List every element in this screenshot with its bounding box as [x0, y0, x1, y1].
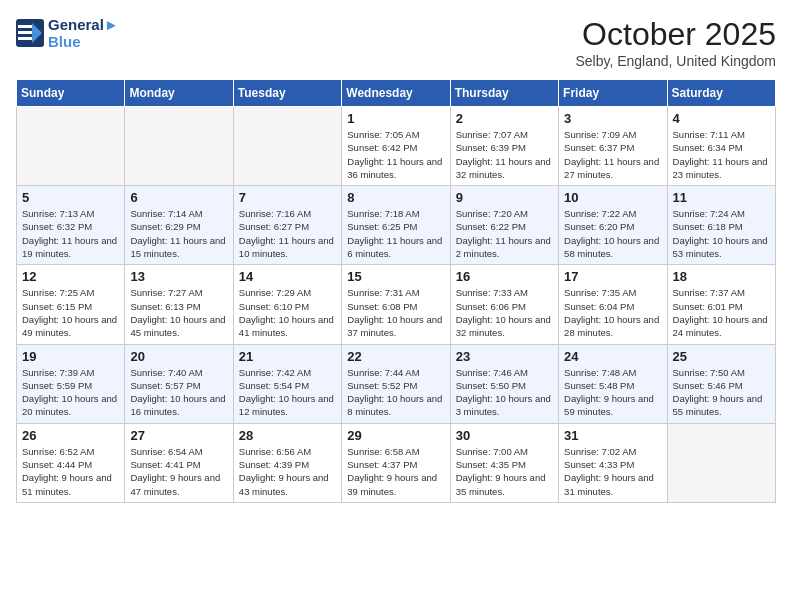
- weekday-sunday: Sunday: [17, 80, 125, 107]
- calendar-week-5: 26Sunrise: 6:52 AMSunset: 4:44 PMDayligh…: [17, 423, 776, 502]
- day-info: Sunrise: 7:20 AMSunset: 6:22 PMDaylight:…: [456, 207, 553, 260]
- day-info: Sunrise: 6:58 AMSunset: 4:37 PMDaylight:…: [347, 445, 444, 498]
- day-info: Sunrise: 7:25 AMSunset: 6:15 PMDaylight:…: [22, 286, 119, 339]
- calendar-cell-w2-d4: 9Sunrise: 7:20 AMSunset: 6:22 PMDaylight…: [450, 186, 558, 265]
- day-number: 8: [347, 190, 444, 205]
- day-info: Sunrise: 6:52 AMSunset: 4:44 PMDaylight:…: [22, 445, 119, 498]
- calendar-cell-w3-d0: 12Sunrise: 7:25 AMSunset: 6:15 PMDayligh…: [17, 265, 125, 344]
- day-info: Sunrise: 7:18 AMSunset: 6:25 PMDaylight:…: [347, 207, 444, 260]
- day-number: 30: [456, 428, 553, 443]
- day-number: 5: [22, 190, 119, 205]
- calendar-cell-w4-d2: 21Sunrise: 7:42 AMSunset: 5:54 PMDayligh…: [233, 344, 341, 423]
- calendar-cell-w4-d6: 25Sunrise: 7:50 AMSunset: 5:46 PMDayligh…: [667, 344, 775, 423]
- calendar-cell-w2-d0: 5Sunrise: 7:13 AMSunset: 6:32 PMDaylight…: [17, 186, 125, 265]
- calendar-cell-w3-d6: 18Sunrise: 7:37 AMSunset: 6:01 PMDayligh…: [667, 265, 775, 344]
- svg-rect-2: [18, 25, 32, 28]
- location-subtitle: Selby, England, United Kingdom: [575, 53, 776, 69]
- svg-rect-4: [18, 37, 32, 40]
- day-info: Sunrise: 7:29 AMSunset: 6:10 PMDaylight:…: [239, 286, 336, 339]
- day-info: Sunrise: 7:39 AMSunset: 5:59 PMDaylight:…: [22, 366, 119, 419]
- day-info: Sunrise: 7:24 AMSunset: 6:18 PMDaylight:…: [673, 207, 770, 260]
- day-info: Sunrise: 7:48 AMSunset: 5:48 PMDaylight:…: [564, 366, 661, 419]
- calendar-cell-w4-d5: 24Sunrise: 7:48 AMSunset: 5:48 PMDayligh…: [559, 344, 667, 423]
- day-info: Sunrise: 7:44 AMSunset: 5:52 PMDaylight:…: [347, 366, 444, 419]
- day-info: Sunrise: 7:33 AMSunset: 6:06 PMDaylight:…: [456, 286, 553, 339]
- day-info: Sunrise: 7:09 AMSunset: 6:37 PMDaylight:…: [564, 128, 661, 181]
- day-info: Sunrise: 7:31 AMSunset: 6:08 PMDaylight:…: [347, 286, 444, 339]
- weekday-wednesday: Wednesday: [342, 80, 450, 107]
- day-info: Sunrise: 7:50 AMSunset: 5:46 PMDaylight:…: [673, 366, 770, 419]
- day-number: 19: [22, 349, 119, 364]
- calendar-cell-w4-d1: 20Sunrise: 7:40 AMSunset: 5:57 PMDayligh…: [125, 344, 233, 423]
- day-number: 23: [456, 349, 553, 364]
- day-number: 25: [673, 349, 770, 364]
- calendar-week-1: 1Sunrise: 7:05 AMSunset: 6:42 PMDaylight…: [17, 107, 776, 186]
- day-info: Sunrise: 7:42 AMSunset: 5:54 PMDaylight:…: [239, 366, 336, 419]
- weekday-thursday: Thursday: [450, 80, 558, 107]
- calendar-cell-w1-d6: 4Sunrise: 7:11 AMSunset: 6:34 PMDaylight…: [667, 107, 775, 186]
- weekday-header-row: SundayMondayTuesdayWednesdayThursdayFrid…: [17, 80, 776, 107]
- calendar-cell-w5-d0: 26Sunrise: 6:52 AMSunset: 4:44 PMDayligh…: [17, 423, 125, 502]
- day-number: 31: [564, 428, 661, 443]
- day-info: Sunrise: 7:35 AMSunset: 6:04 PMDaylight:…: [564, 286, 661, 339]
- calendar-cell-w5-d6: [667, 423, 775, 502]
- day-info: Sunrise: 7:46 AMSunset: 5:50 PMDaylight:…: [456, 366, 553, 419]
- calendar-table: SundayMondayTuesdayWednesdayThursdayFrid…: [16, 79, 776, 503]
- day-info: Sunrise: 7:11 AMSunset: 6:34 PMDaylight:…: [673, 128, 770, 181]
- day-info: Sunrise: 7:22 AMSunset: 6:20 PMDaylight:…: [564, 207, 661, 260]
- svg-rect-3: [18, 31, 32, 34]
- calendar-week-3: 12Sunrise: 7:25 AMSunset: 6:15 PMDayligh…: [17, 265, 776, 344]
- day-number: 24: [564, 349, 661, 364]
- day-number: 9: [456, 190, 553, 205]
- calendar-cell-w4-d4: 23Sunrise: 7:46 AMSunset: 5:50 PMDayligh…: [450, 344, 558, 423]
- day-number: 11: [673, 190, 770, 205]
- logo-icon: [16, 19, 44, 47]
- day-number: 1: [347, 111, 444, 126]
- day-info: Sunrise: 7:37 AMSunset: 6:01 PMDaylight:…: [673, 286, 770, 339]
- calendar-cell-w2-d3: 8Sunrise: 7:18 AMSunset: 6:25 PMDaylight…: [342, 186, 450, 265]
- calendar-cell-w4-d0: 19Sunrise: 7:39 AMSunset: 5:59 PMDayligh…: [17, 344, 125, 423]
- calendar-cell-w3-d2: 14Sunrise: 7:29 AMSunset: 6:10 PMDayligh…: [233, 265, 341, 344]
- calendar-cell-w1-d1: [125, 107, 233, 186]
- calendar-cell-w3-d5: 17Sunrise: 7:35 AMSunset: 6:04 PMDayligh…: [559, 265, 667, 344]
- day-number: 13: [130, 269, 227, 284]
- weekday-saturday: Saturday: [667, 80, 775, 107]
- day-number: 7: [239, 190, 336, 205]
- day-number: 22: [347, 349, 444, 364]
- day-number: 16: [456, 269, 553, 284]
- calendar-cell-w2-d2: 7Sunrise: 7:16 AMSunset: 6:27 PMDaylight…: [233, 186, 341, 265]
- day-info: Sunrise: 7:40 AMSunset: 5:57 PMDaylight:…: [130, 366, 227, 419]
- calendar-cell-w5-d1: 27Sunrise: 6:54 AMSunset: 4:41 PMDayligh…: [125, 423, 233, 502]
- calendar-cell-w5-d4: 30Sunrise: 7:00 AMSunset: 4:35 PMDayligh…: [450, 423, 558, 502]
- calendar-cell-w1-d4: 2Sunrise: 7:07 AMSunset: 6:39 PMDaylight…: [450, 107, 558, 186]
- calendar-cell-w3-d4: 16Sunrise: 7:33 AMSunset: 6:06 PMDayligh…: [450, 265, 558, 344]
- calendar-week-2: 5Sunrise: 7:13 AMSunset: 6:32 PMDaylight…: [17, 186, 776, 265]
- day-info: Sunrise: 7:16 AMSunset: 6:27 PMDaylight:…: [239, 207, 336, 260]
- calendar-cell-w3-d1: 13Sunrise: 7:27 AMSunset: 6:13 PMDayligh…: [125, 265, 233, 344]
- day-number: 26: [22, 428, 119, 443]
- month-title: October 2025: [575, 16, 776, 53]
- day-info: Sunrise: 6:54 AMSunset: 4:41 PMDaylight:…: [130, 445, 227, 498]
- day-number: 18: [673, 269, 770, 284]
- calendar-cell-w1-d5: 3Sunrise: 7:09 AMSunset: 6:37 PMDaylight…: [559, 107, 667, 186]
- day-info: Sunrise: 7:02 AMSunset: 4:33 PMDaylight:…: [564, 445, 661, 498]
- day-info: Sunrise: 7:14 AMSunset: 6:29 PMDaylight:…: [130, 207, 227, 260]
- calendar-cell-w2-d1: 6Sunrise: 7:14 AMSunset: 6:29 PMDaylight…: [125, 186, 233, 265]
- day-number: 14: [239, 269, 336, 284]
- calendar-cell-w5-d2: 28Sunrise: 6:56 AMSunset: 4:39 PMDayligh…: [233, 423, 341, 502]
- day-number: 12: [22, 269, 119, 284]
- weekday-tuesday: Tuesday: [233, 80, 341, 107]
- day-number: 17: [564, 269, 661, 284]
- calendar-cell-w5-d3: 29Sunrise: 6:58 AMSunset: 4:37 PMDayligh…: [342, 423, 450, 502]
- calendar-cell-w5-d5: 31Sunrise: 7:02 AMSunset: 4:33 PMDayligh…: [559, 423, 667, 502]
- calendar-cell-w1-d2: [233, 107, 341, 186]
- logo: General► Blue: [16, 16, 119, 50]
- calendar-cell-w2-d6: 11Sunrise: 7:24 AMSunset: 6:18 PMDayligh…: [667, 186, 775, 265]
- day-info: Sunrise: 7:13 AMSunset: 6:32 PMDaylight:…: [22, 207, 119, 260]
- day-number: 6: [130, 190, 227, 205]
- weekday-friday: Friday: [559, 80, 667, 107]
- day-info: Sunrise: 6:56 AMSunset: 4:39 PMDaylight:…: [239, 445, 336, 498]
- day-number: 21: [239, 349, 336, 364]
- day-number: 4: [673, 111, 770, 126]
- title-block: October 2025 Selby, England, United King…: [575, 16, 776, 69]
